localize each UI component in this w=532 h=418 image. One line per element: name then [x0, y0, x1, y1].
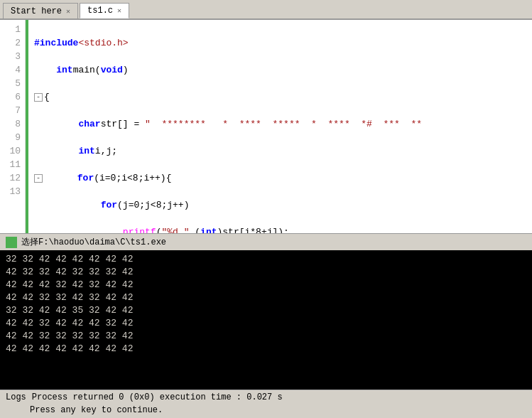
terminal-output: 32 32 42 42 42 42 42 42 42 32 32 42 32 3… — [0, 250, 532, 390]
tab-start-here[interactable]: Start here ✕ — [3, 3, 78, 18]
code-line-2: int main(void) — [34, 63, 526, 77]
terminal-line-8: 42 42 42 42 42 42 42 42 — [6, 343, 526, 355]
terminal-line-2: 42 32 32 42 32 32 32 42 — [6, 266, 526, 279]
code-line-6: - for(i=0;i<8;i++){ — [34, 171, 526, 185]
terminal-line-3: 42 42 42 32 42 32 42 42 — [6, 279, 526, 291]
tab-start-here-close[interactable]: ✕ — [66, 7, 70, 16]
terminal-title: 选择F:\haoduo\daima\C\ts1.exe — [21, 236, 166, 248]
tab-start-here-label: Start here — [11, 6, 62, 16]
code-editor: 1 2 3 4 5 6 7 8 9 10 11 12 13 #include <… — [0, 20, 532, 233]
process-line: Process returned 0 (0x0) execution time … — [32, 392, 283, 402]
code-line-3: -{ — [34, 90, 526, 104]
line-numbers: 1 2 3 4 5 6 7 8 9 10 11 12 13 — [0, 20, 26, 233]
fold-icon-6[interactable]: - — [34, 174, 43, 183]
code-line-1: #include <stdio.h> — [34, 36, 526, 50]
code-line-7: for(j=0;j<8;j++) — [34, 198, 526, 212]
tab-ts1c-close[interactable]: ✕ — [117, 6, 121, 15]
code-content[interactable]: #include <stdio.h> int main(void) -{ cha… — [28, 20, 532, 233]
fold-icon-3[interactable]: - — [34, 93, 43, 102]
terminal-header: 选择F:\haoduo\daima\C\ts1.exe — [0, 233, 532, 250]
code-line-5: int i,j; — [34, 144, 526, 158]
logs-label: Logs — [6, 392, 26, 402]
terminal-line-5: 32 32 42 42 35 32 42 42 — [6, 304, 526, 317]
terminal-line-7: 42 42 32 32 32 32 32 42 — [6, 330, 526, 343]
tab-ts1c-label: ts1.c — [87, 6, 113, 16]
logs-bar: Logs Process returned 0 (0x0) execution … — [0, 390, 532, 404]
terminal-line-6: 42 42 32 42 42 42 32 42 — [6, 317, 526, 330]
terminal-icon — [6, 237, 17, 248]
continue-bar: Press any key to continue. — [0, 404, 532, 418]
continue-line: Press any key to continue. — [30, 405, 163, 415]
tab-bar: Start here ✕ ts1.c ✕ — [0, 0, 532, 20]
code-line-4: char str[] = " ******** * **** ***** * *… — [34, 117, 526, 131]
tab-ts1c[interactable]: ts1.c ✕ — [80, 3, 129, 18]
terminal-line-4: 42 42 32 32 42 32 42 42 — [6, 291, 526, 304]
terminal-line-1: 32 32 42 42 42 42 42 42 — [6, 253, 526, 266]
code-line-8: printf("%d ",(int)str[i*8+j]); — [34, 225, 526, 233]
